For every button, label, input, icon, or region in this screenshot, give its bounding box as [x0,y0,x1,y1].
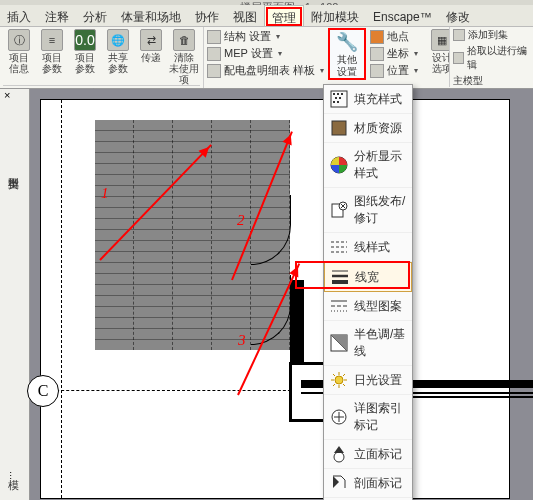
dd-halftone-label: 半色调/基线 [354,326,406,360]
dd-sun-settings[interactable]: 日光设置 [324,366,412,395]
coord-icon [370,47,384,61]
btn-position-label: 位置 [387,63,409,78]
btn-purge-l2: 未使用项 [168,63,200,85]
btn-panel-label: 配电盘明细表 样板 [224,63,315,78]
dd-line-patterns[interactable]: 线型图案 [324,292,412,321]
btn-project-params2-l2: 参数 [75,63,95,74]
analysis-icon [330,156,348,174]
sp-main-label: 主模型 [453,74,483,88]
sp-add-to-set[interactable]: 添加到集 [450,27,533,43]
dd-elevation-tags[interactable]: 立面标记 [324,440,412,469]
dd-material-assets[interactable]: 材质资源 [324,114,412,143]
workspace: × 辑类型 模... C 1 2 3 [0,89,533,500]
btn-struct-label: 结构 设置 [224,29,271,44]
dd-halftone[interactable]: 半色调/基线 [324,321,412,366]
btn-purge-l1: 清除 [174,52,194,63]
tab-annotate[interactable]: 注释 [38,5,76,26]
btn-position[interactable]: 位置 ▾ [370,63,418,78]
btn-shared-params-l1: 共享 [108,52,128,63]
btn-project-info-l2: 信息 [9,63,29,74]
tab-collaborate[interactable]: 协作 [188,5,226,26]
tab-modify[interactable]: 修改 [439,5,477,26]
chevron-down-icon: ▾ [276,32,280,41]
dd-lineweight-label: 线宽 [355,269,379,286]
btn-project-params2-l1: 项目 [75,52,95,63]
svg-point-8 [334,452,344,462]
annotation-marker-1: 1 [101,185,109,202]
ribbon-group-settings: ⓘ 项目 信息 ≡ 项目 参数 0.0 项目 参数 🌐 共享 参数 ⇄ 传递 [0,27,204,88]
dd-sheet-publish[interactable]: 图纸发布/修订 [324,188,412,233]
dd-linestyle-label: 线样式 [354,239,390,256]
tab-analyze[interactable]: 分析 [76,5,114,26]
section-icon [330,474,348,492]
btn-panel-schedule[interactable]: 配电盘明细表 样板 ▾ [207,63,324,78]
chevron-down-icon: ▾ [414,66,418,75]
btn-other-l2: 设置 [337,66,357,77]
panel-icon [207,64,221,78]
shared-icon: 0.0 [74,29,96,51]
btn-struct-settings[interactable]: 结构 设置 ▾ [207,29,324,44]
dd-detail-label: 详图索引标记 [354,400,406,434]
ribbon: ⓘ 项目 信息 ≡ 项目 参数 0.0 项目 参数 🌐 共享 参数 ⇄ 传递 [0,27,533,89]
btn-project-info[interactable]: ⓘ 项目 信息 [3,29,35,85]
annotation-marker-2: 2 [237,212,245,229]
canvas[interactable]: C 1 2 3 [30,89,533,500]
chevron-down-icon: ▾ [320,66,324,75]
btn-project-params[interactable]: ≡ 项目 参数 [36,29,68,85]
btn-shared-params-l2: 参数 [108,63,128,74]
sun-icon [330,371,348,389]
dd-analysis-label: 分析显示样式 [354,148,406,182]
btn-mep-label: MEP 设置 [224,46,273,61]
dd-section-label: 剖面标记 [354,475,402,492]
dd-line-weights[interactable]: 线宽 [324,262,412,292]
annotation-marker-3: 3 [238,332,246,349]
left-panel[interactable]: × 辑类型 模... [0,89,30,500]
fill-icon [330,90,348,108]
dd-section-tags[interactable]: 剖面标记 [324,469,412,498]
btn-shared-params[interactable]: 🌐 共享 参数 [102,29,134,85]
dd-publish-label: 图纸发布/修订 [354,193,406,227]
add-icon [453,29,465,41]
tab-manage-label: 管理 [272,11,296,25]
side-panel-design: 添加到集 拾取以进行编辑 主模型 设计选项 [449,27,533,87]
dd-sun-label: 日光设置 [354,372,402,389]
dd-line-styles[interactable]: 线样式 [324,233,412,262]
tab-insert[interactable]: 插入 [0,5,38,26]
tab-manage[interactable]: 管理 [264,5,304,26]
btn-coordinates[interactable]: 坐标 ▾ [370,46,418,61]
tab-massing[interactable]: 体量和场地 [114,5,188,26]
btn-location[interactable]: 地点 [370,29,418,44]
sp-main-model[interactable]: 主模型 [450,73,533,89]
tab-view[interactable]: 视图 [226,5,264,26]
drawing-area[interactable]: C 1 2 3 [40,99,510,499]
global-icon: 🌐 [107,29,129,51]
tab-addins[interactable]: 附加模块 [304,5,366,26]
dd-callout-tags[interactable]: 详图索引标记 [324,395,412,440]
btn-location-label: 地点 [387,29,409,44]
btn-other-settings[interactable]: 🔧 其他 设置 [329,29,365,79]
sp-add-label: 添加到集 [468,28,508,42]
btn-mep-settings[interactable]: MEP 设置 ▾ [207,46,324,61]
btn-purge[interactable]: 🗑 清除 未使用项 [168,29,200,85]
btn-project-params2[interactable]: 0.0 项目 参数 [69,29,101,85]
left-panel-model[interactable]: 模... [6,471,21,480]
other-settings-dropdown: 填充样式 材质资源 分析显示样式 图纸发布/修订 线样式 线宽 线型图案 半色调… [323,84,413,500]
grid-bubble-c: C [27,375,59,407]
info-icon: ⓘ [8,29,30,51]
dd-fill-patterns[interactable]: 填充样式 [324,85,412,114]
transfer-icon: ⇄ [140,29,162,51]
dd-fill-label: 填充样式 [354,91,402,108]
svg-point-6 [335,376,343,384]
sp-pick-edit[interactable]: 拾取以进行编辑 [450,43,533,73]
btn-transfer[interactable]: ⇄ 传递 [135,29,167,85]
publish-icon [330,201,348,219]
material-icon [330,119,348,137]
sp-pick-label: 拾取以进行编辑 [467,44,530,72]
chevron-down-icon: ▾ [278,49,282,58]
btn-project-params-l1: 项目 [42,52,62,63]
position-icon [370,64,384,78]
dd-analysis-display[interactable]: 分析显示样式 [324,143,412,188]
ribbon-col-2: 地点 坐标 ▾ 位置 ▾ [367,27,421,88]
btn-other-l1: 其他 [337,54,357,65]
tab-enscape[interactable]: Enscape™ [366,5,439,26]
